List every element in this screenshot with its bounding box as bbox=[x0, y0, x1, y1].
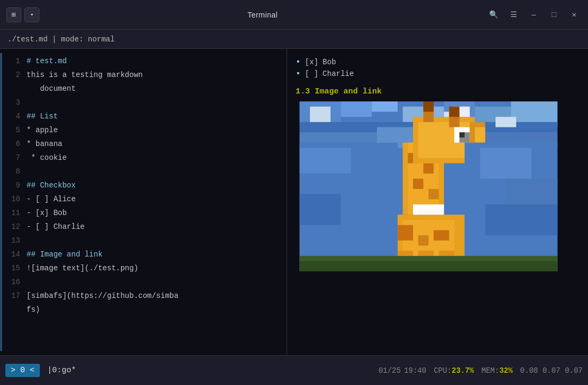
svg-rect-30 bbox=[459, 132, 465, 138]
line-number: 3 bbox=[2, 97, 27, 107]
line-number: 15 bbox=[2, 263, 27, 272]
minimize-button[interactable]: — bbox=[526, 7, 541, 22]
line-content bbox=[27, 235, 287, 236]
menu-icon: ☰ bbox=[510, 10, 517, 19]
maximize-button[interactable]: □ bbox=[547, 7, 561, 22]
svg-rect-15 bbox=[310, 107, 331, 122]
preview-pane: • [x] Bob • [ ] Charlie 1.3 Image and li… bbox=[287, 49, 588, 355]
editor-line-2: 2 this is a testing markdown bbox=[2, 69, 287, 83]
modebar: ./test.md | mode: normal bbox=[0, 30, 588, 49]
giraffe-image bbox=[296, 101, 561, 271]
editor-line-6: 6 * banana bbox=[2, 138, 287, 152]
line-number: 16 bbox=[2, 277, 27, 286]
line-number: 1 bbox=[2, 56, 27, 65]
line-content: - [ ] Alice bbox=[27, 194, 287, 203]
line-number: 10 bbox=[2, 194, 27, 203]
main-content: 1 # test.md 2 this is a testing markdown… bbox=[0, 49, 588, 355]
line-number: 6 bbox=[2, 139, 27, 148]
line-number: 11 bbox=[2, 208, 27, 217]
window-title: Terminal bbox=[248, 11, 278, 19]
dropdown-button[interactable]: ▾ bbox=[24, 7, 39, 22]
svg-rect-32 bbox=[475, 127, 485, 142]
line-number: 13 bbox=[2, 235, 27, 245]
line-content: * apple bbox=[27, 125, 287, 134]
titlebar: ⊞ ▾ Terminal 🔍 ☰ — □ ✕ bbox=[0, 0, 588, 30]
minimize-icon: — bbox=[532, 11, 536, 19]
bullet-icon: • bbox=[296, 57, 301, 67]
svg-rect-40 bbox=[434, 230, 449, 240]
editor-line-10: 10 - [ ] Alice bbox=[2, 193, 287, 207]
close-button[interactable]: ✕ bbox=[567, 7, 582, 22]
preview-item-charlie: • [ ] Charlie bbox=[296, 69, 579, 79]
editor-line-9: 9 ## Checkbox bbox=[2, 179, 287, 193]
line-number bbox=[2, 83, 27, 84]
editor-line-14: 14 ## Image and link bbox=[2, 249, 287, 262]
line-content: [simbafs](https://github.com/simba bbox=[27, 290, 287, 300]
chevron-down-icon: ▾ bbox=[30, 11, 34, 18]
line-content: this is a testing markdown bbox=[27, 70, 287, 79]
titlebar-left: ⊞ ▾ bbox=[6, 7, 39, 22]
line-content: # test.md bbox=[27, 56, 287, 65]
editor-line-5: 5 * apple bbox=[2, 124, 287, 138]
line-number: 12 bbox=[2, 221, 27, 231]
editor-inner: 1 # test.md 2 this is a testing markdown… bbox=[0, 53, 287, 351]
item-label-charlie: Charlie bbox=[323, 70, 354, 78]
search-icon: 🔍 bbox=[489, 10, 498, 19]
search-button[interactable]: 🔍 bbox=[486, 7, 501, 22]
line-number: 9 bbox=[2, 180, 27, 190]
statusbar: > 0 < |0:go* 01/25 19:40 CPU:23.7% MEM:3… bbox=[0, 355, 588, 385]
item-label-bob: Bob bbox=[323, 58, 336, 66]
svg-rect-26 bbox=[423, 101, 433, 112]
load3: 0.07 bbox=[565, 366, 583, 375]
line-content bbox=[27, 166, 287, 167]
editor-line-3: 3 bbox=[2, 97, 287, 110]
checkbox-charlie: [ ] bbox=[305, 70, 318, 78]
nav-indicator[interactable]: > 0 < bbox=[5, 364, 40, 377]
preview-item-bob: • [x] Bob bbox=[296, 57, 579, 67]
editor-pane: 1 # test.md 2 this is a testing markdown… bbox=[0, 49, 287, 355]
svg-rect-21 bbox=[429, 189, 439, 199]
load-avg: 0.08 0.07 0.07 bbox=[520, 366, 583, 375]
editor-line-wrap2: fs) bbox=[2, 304, 287, 318]
svg-rect-41 bbox=[418, 235, 429, 245]
editor-line-13: 13 bbox=[2, 235, 287, 249]
bullet-icon: • bbox=[296, 69, 301, 79]
line-content: ## Checkbox bbox=[27, 180, 287, 190]
statusbar-right: 01/25 19:40 CPU:23.7% MEM:32% 0.08 0.07 … bbox=[379, 366, 583, 375]
line-content: fs) bbox=[27, 304, 287, 314]
load2: 0.07 bbox=[542, 366, 560, 375]
svg-rect-14 bbox=[495, 117, 516, 127]
line-number: 14 bbox=[2, 249, 27, 259]
mem-label: MEM: bbox=[482, 366, 500, 375]
maximize-icon: □ bbox=[552, 11, 556, 19]
line-content: - [ ] Charlie bbox=[27, 221, 287, 231]
pin-icon: ⊞ bbox=[12, 11, 16, 19]
checkbox-bob: [x] bbox=[305, 58, 318, 66]
svg-rect-3 bbox=[372, 101, 397, 112]
line-content: * banana bbox=[27, 139, 287, 148]
menu-button[interactable]: ☰ bbox=[506, 7, 521, 22]
editor-line-16: 16 bbox=[2, 276, 287, 290]
svg-rect-20 bbox=[413, 178, 423, 189]
close-icon: ✕ bbox=[572, 10, 576, 19]
pin-button[interactable]: ⊞ bbox=[6, 7, 21, 22]
svg-rect-54 bbox=[300, 261, 558, 271]
status-time: 19:40 bbox=[404, 366, 426, 375]
editor-line-1: 1 # test.md bbox=[2, 55, 287, 69]
svg-rect-27 bbox=[449, 107, 459, 117]
editor-line-15: 15 ![image text](./test.png) bbox=[2, 262, 287, 276]
svg-rect-52 bbox=[485, 204, 558, 235]
line-number: 2 bbox=[2, 70, 27, 79]
line-content: ## List bbox=[27, 111, 287, 121]
svg-rect-47 bbox=[300, 148, 351, 173]
line-content: ![image text](./test.png) bbox=[27, 263, 287, 272]
editor-line-wrap: document bbox=[2, 83, 287, 97]
status-cpu-section: CPU:23.7% bbox=[434, 366, 474, 375]
line-number: 8 bbox=[2, 166, 27, 176]
svg-rect-50 bbox=[480, 148, 532, 178]
tab-indicator[interactable]: |0:go* bbox=[40, 364, 83, 377]
statusbar-left: > 0 < |0:go* bbox=[5, 364, 83, 377]
editor-line-17: 17 [simbafs](https://github.com/simba bbox=[2, 290, 287, 304]
line-content bbox=[27, 97, 287, 98]
line-content: - [x] Bob bbox=[27, 208, 287, 217]
